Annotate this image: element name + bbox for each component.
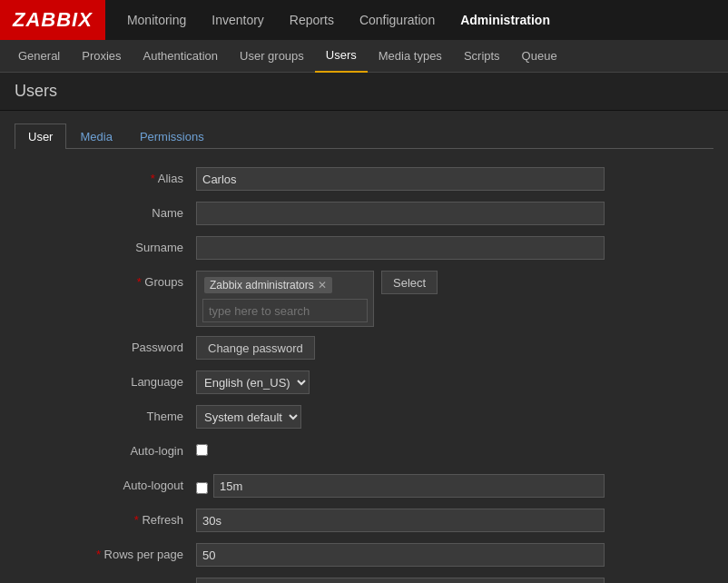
groups-field[interactable]: Zabbix administrators ✕: [196, 271, 374, 327]
alias-row: Alias: [15, 167, 713, 193]
subnav-media-types[interactable]: Media types: [368, 40, 453, 73]
surname-row: Surname: [15, 236, 713, 262]
autologout-control: [196, 474, 605, 498]
nav-reports[interactable]: Reports: [277, 0, 347, 40]
url-label: URL (after login): [15, 578, 196, 583]
autologin-checkbox[interactable]: [196, 444, 208, 456]
subnav-queue[interactable]: Queue: [511, 40, 568, 73]
content-area: User Media Permissions Alias Name Surnam…: [0, 111, 728, 583]
language-label: Language: [15, 371, 196, 389]
name-control: [196, 202, 605, 225]
groups-label: Groups: [15, 271, 196, 289]
name-input[interactable]: [196, 202, 605, 225]
theme-select[interactable]: System default Blue Dark: [196, 405, 301, 429]
tab-user[interactable]: User: [15, 124, 66, 149]
url-input[interactable]: [196, 578, 605, 583]
rows-per-page-input[interactable]: [196, 543, 605, 567]
subnav-general[interactable]: General: [7, 40, 71, 73]
user-form: Alias Name Surname Groups: [15, 163, 713, 583]
surname-control: [196, 236, 605, 260]
autologout-row: Auto-logout: [15, 474, 713, 499]
groups-row: Groups Zabbix administrators ✕ Select: [15, 271, 713, 327]
autologin-label: Auto-login: [15, 440, 196, 458]
sub-navigation: General Proxies Authentication User grou…: [0, 40, 728, 73]
theme-control: System default Blue Dark: [196, 405, 605, 429]
rows-per-page-label: Rows per page: [15, 543, 196, 561]
autologout-label: Auto-logout: [15, 474, 196, 492]
subnav-proxies[interactable]: Proxies: [71, 40, 132, 73]
url-control: [196, 578, 605, 583]
theme-label: Theme: [15, 405, 196, 423]
page-title: Users: [15, 82, 57, 100]
name-row: Name: [15, 202, 713, 227]
nav-monitoring[interactable]: Monitoring: [114, 0, 199, 40]
nav-inventory[interactable]: Inventory: [199, 0, 277, 40]
alias-input[interactable]: [196, 167, 605, 191]
url-row: URL (after login): [15, 578, 713, 583]
groups-control-wrapper: Zabbix administrators ✕ Select: [196, 271, 438, 327]
surname-input[interactable]: [196, 236, 605, 260]
subnav-scripts[interactable]: Scripts: [453, 40, 511, 73]
language-control: English (en_US) French German Spanish: [196, 371, 605, 394]
nav-configuration[interactable]: Configuration: [347, 0, 448, 40]
subnav-users[interactable]: Users: [315, 40, 368, 73]
refresh-row: Refresh: [15, 509, 713, 534]
password-row: Password Change password: [15, 336, 713, 361]
refresh-label: Refresh: [15, 509, 196, 527]
alias-label: Alias: [15, 167, 196, 185]
refresh-input[interactable]: [196, 509, 605, 532]
nav-administration[interactable]: Administration: [448, 0, 563, 40]
subnav-authentication[interactable]: Authentication: [133, 40, 229, 73]
language-row: Language English (en_US) French German S…: [15, 371, 713, 396]
alias-control: [196, 167, 605, 191]
password-control: Change password: [196, 336, 605, 360]
subnav-user-groups[interactable]: User groups: [229, 40, 315, 73]
language-select[interactable]: English (en_US) French German Spanish: [196, 371, 310, 394]
group-tag-zabbix-admins: Zabbix administrators ✕: [204, 277, 332, 293]
group-tag-remove[interactable]: ✕: [318, 279, 327, 292]
page-title-bar: Users: [0, 73, 728, 111]
groups-select-button[interactable]: Select: [381, 271, 438, 294]
group-tag-label: Zabbix administrators: [210, 279, 314, 292]
logo: ZABBIX: [0, 0, 105, 40]
autologout-input[interactable]: [213, 474, 605, 498]
rows-per-page-control: [196, 543, 605, 567]
password-label: Password: [15, 336, 196, 354]
rows-per-page-row: Rows per page: [15, 543, 713, 568]
top-navigation: ZABBIX Monitoring Inventory Reports Conf…: [0, 0, 728, 40]
autologout-inner: [196, 474, 605, 498]
top-nav-items: Monitoring Inventory Reports Configurati…: [105, 0, 563, 40]
refresh-control: [196, 509, 605, 532]
autologin-control: [196, 440, 605, 459]
surname-label: Surname: [15, 236, 196, 254]
change-password-button[interactable]: Change password: [196, 336, 315, 360]
tab-permissions[interactable]: Permissions: [126, 124, 218, 149]
autologin-row: Auto-login: [15, 440, 713, 465]
tab-media[interactable]: Media: [66, 124, 125, 149]
autologout-checkbox[interactable]: [196, 482, 208, 494]
groups-search-input[interactable]: [202, 299, 368, 322]
tab-bar: User Media Permissions: [15, 124, 713, 149]
logo-text: ZABBIX: [13, 8, 93, 32]
name-label: Name: [15, 202, 196, 220]
theme-row: Theme System default Blue Dark: [15, 405, 713, 430]
